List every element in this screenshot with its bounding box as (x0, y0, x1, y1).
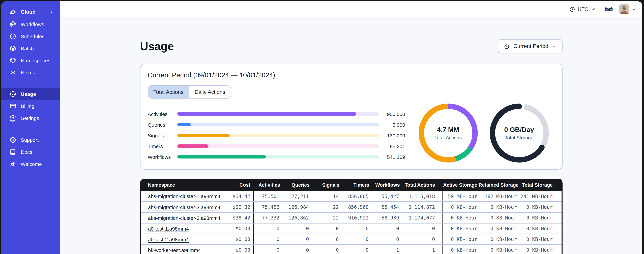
namespace-link[interactable]: a0-test-2.a98mm4 (148, 236, 189, 242)
column-header-queries: Queries (282, 178, 311, 191)
value-cell: 0 (401, 234, 442, 244)
bar-value: 85,201 (379, 143, 405, 149)
value-cell: 0 (311, 244, 341, 254)
tab-daily-actions[interactable]: Daily Actions (189, 86, 231, 98)
total-storage-donut: 0 GB/Day Total Storage (490, 104, 548, 162)
value-cell: 0 (282, 244, 311, 254)
sidebar-item-workflows[interactable]: Workflows (1, 18, 60, 30)
value-cell: 127,211 (282, 191, 311, 202)
namespace-cell: abs-migration-cluster-2.a98mm4 (141, 202, 221, 212)
user-avatar[interactable] (619, 4, 629, 14)
value-cell: 1,115,018 (401, 191, 442, 202)
column-header-total-storage: Total Storage (518, 178, 561, 191)
value-cell: 126,862 (282, 212, 311, 223)
namespace-cell: a0-test-2.a98mm4 (141, 234, 221, 244)
bar-fill (177, 144, 208, 148)
sidebar-item-label: Usage (21, 91, 36, 97)
value-cell: 0 KB-Hour (442, 244, 478, 254)
clock-icon (569, 6, 575, 12)
docs-icon (10, 148, 16, 155)
bar-row-workflows: Workflows541,109 (148, 152, 409, 162)
timezone-selector[interactable]: UTC (569, 6, 596, 12)
workflows-icon (10, 20, 16, 28)
namespace-link[interactable]: abs-migration-cluster-3.a98mm4 (148, 215, 220, 221)
namespace-cell: abs-migration-cluster-3.a98mm4 (141, 212, 221, 223)
theme-glasses-button[interactable] (604, 5, 613, 14)
sidebar-item-usage[interactable]: Usage (1, 88, 60, 100)
app-window: CloudWorkflowsSchedulesBatchNamespacesNe… (1, 1, 642, 254)
sidebar-item-billing[interactable]: Billing (1, 100, 60, 112)
sidebar-item-schedules[interactable]: Schedules (1, 30, 60, 42)
table-row: abs-migration-cluster-2.a98mm4$29.3275,4… (141, 202, 561, 212)
sidebar-item-welcome[interactable]: Welcome (1, 158, 60, 170)
sidebar-item-batch[interactable]: Batch (1, 42, 60, 54)
namespace-cell: a0-test-1.a98mm4 (141, 223, 221, 234)
sidebar-item-label: Docs (21, 149, 32, 155)
table-header-row: NamespaceCostActivitiesQueriesSignalsTim… (141, 178, 561, 191)
value-cell: 0 (341, 234, 370, 244)
value-cell: $0.00 (221, 223, 253, 234)
total-actions-donut: 4.7 MM Total Actions (418, 104, 478, 162)
bar-track (177, 123, 379, 126)
sidebar-item-label: Nexus (21, 70, 35, 75)
value-cell: 1 (370, 244, 401, 254)
period-selector-label: Current Period (514, 43, 548, 49)
namespace-link[interactable]: bk-worker-test.a98mm4 (148, 247, 201, 253)
bar-label: Timers (148, 143, 177, 149)
usage-icon (10, 90, 16, 97)
value-cell: 0 KB-Hour (518, 223, 561, 234)
sidebar-item-settings[interactable]: Settings (1, 112, 60, 124)
main-area: UTC (60, 1, 642, 254)
value-cell: 22 (311, 212, 341, 223)
welcome-icon (10, 160, 16, 168)
sidebar-collapse-button[interactable] (48, 9, 55, 16)
sidebar: CloudWorkflowsSchedulesBatchNamespacesNe… (1, 1, 60, 254)
value-cell: 1 (401, 244, 442, 254)
sidebar-item-namespaces[interactable]: Namespaces (1, 54, 60, 66)
bar-fill (177, 123, 191, 126)
value-cell: 0 KB-Hour (442, 223, 478, 234)
value-cell: 910,922 (341, 212, 370, 223)
sidebar-item-docs[interactable]: Docs (1, 146, 60, 158)
value-cell: 0 (370, 223, 401, 234)
schedules-icon (10, 33, 16, 40)
bar-row-timers: Timers85,201 (148, 141, 409, 152)
bar-track (177, 155, 379, 158)
value-cell: $0.00 (221, 234, 253, 244)
sidebar-item-label: Schedules (21, 33, 44, 39)
period-selector-button[interactable]: Current Period (498, 39, 562, 53)
value-cell: 0 KB-Hour (478, 202, 518, 212)
namespace-link[interactable]: abs-migration-cluster-1.a98mm4 (148, 193, 220, 199)
sidebar-section-3: SupportDocsWelcome (1, 129, 60, 170)
bar-track (177, 112, 379, 116)
namespace-link[interactable]: a0-test-1.a98mm4 (148, 226, 189, 232)
bar-fill (177, 134, 230, 137)
value-cell: 0 (311, 223, 341, 234)
billing-icon (10, 102, 16, 110)
table-row: abs-migration-cluster-1.a98mm4$34.4275,5… (141, 191, 561, 202)
page-content: Usage Current Period (60, 18, 642, 254)
bar-label: Activities (148, 111, 177, 117)
usage-card-title: Current Period (09/01/2024 — 10/01/2024) (148, 71, 562, 79)
sidebar-item-cloud[interactable]: Cloud (1, 6, 60, 18)
namespace-link[interactable]: abs-migration-cluster-2.a98mm4 (148, 204, 220, 210)
sidebar-item-nexus[interactable]: Nexus (1, 66, 60, 78)
tab-total-actions[interactable]: Total Actions (148, 86, 189, 98)
sidebar-item-label: Batch (21, 46, 34, 51)
settings-icon (10, 114, 16, 122)
column-header-total-actions: Total Actions (401, 178, 442, 191)
value-cell: 14 (311, 191, 341, 202)
value-cell: 0 (253, 244, 282, 254)
chevron-down-icon (591, 7, 596, 12)
value-cell: 0 (401, 223, 442, 234)
namespace-cell: abs-migration-cluster-1.a98mm4 (141, 191, 221, 202)
namespace-cell: bk-worker-test.a98mm4 (141, 244, 221, 254)
value-cell: $38.42 (221, 212, 253, 223)
sidebar-item-support[interactable]: Support (1, 134, 60, 146)
value-cell: 0 (253, 234, 282, 244)
bar-value: 900,000 (379, 111, 405, 117)
bar-row-queries: Queries5,000 (148, 119, 409, 130)
account-menu-button[interactable] (632, 6, 637, 12)
value-cell: $34.42 (221, 191, 253, 202)
bar-label: Signals (148, 132, 177, 138)
